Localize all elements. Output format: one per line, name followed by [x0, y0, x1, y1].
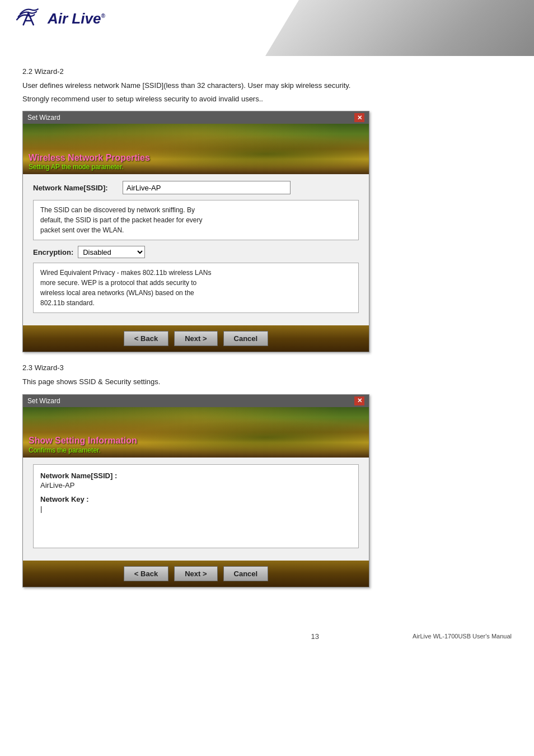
wizard3-next-button[interactable]: Next >: [174, 566, 217, 581]
wizard2-ssid-desc-text: The SSID can be discovered by network sn…: [40, 206, 203, 234]
page-footer: 13 AirLive WL-1700USB User's Manual: [0, 627, 534, 646]
section2-desc2: Strongly recommend user to setup wireles…: [22, 94, 512, 105]
wizard2-window: Set Wizard ✕ Wireless Network Properties…: [22, 111, 369, 352]
wizard2-close-button[interactable]: ✕: [354, 113, 364, 122]
page-brand: AirLive WL-1700USB User's Manual: [413, 633, 512, 640]
main-content: 2.2 Wizard-2 User defines wireless netwo…: [0, 56, 534, 615]
wizard2-banner-title: Wireless Network Properties Setting AP t…: [29, 152, 150, 171]
wizard2-banner-subtitle: Setting AP the mode parameter.: [29, 163, 150, 171]
wizard2-footer: < Back Next > Cancel: [23, 325, 369, 352]
wizard2-encryption-row: Encryption: Disabled WEP WPA WPA2: [33, 246, 359, 258]
section2-desc1: User defines wireless network Name [SSID…: [22, 80, 512, 91]
wizard3-network-key-value: |: [40, 505, 352, 513]
wizard3-info-box: Network Name[SSID] : AirLive-AP Network …: [33, 464, 359, 548]
section3-desc1: This page shows SSID & Security settings…: [22, 376, 512, 388]
wizard2-banner: Wireless Network Properties Setting AP t…: [23, 124, 369, 174]
wizard2-network-name-label: Network Name[SSID]:: [33, 184, 123, 192]
page-header: Air Live®: [0, 0, 534, 56]
wizard2-titlebar: Set Wizard ✕: [23, 111, 369, 124]
wizard3-close-button[interactable]: ✕: [354, 396, 364, 405]
wizard3-banner: Show Setting Information Confirms the pa…: [23, 407, 369, 458]
wizard2-titlebar-text: Set Wizard: [27, 114, 60, 122]
wizard3-banner-title: Show Setting Information Confirms the pa…: [29, 435, 137, 454]
section3-title: 2.3 Wizard-3: [22, 363, 512, 372]
wizard3-network-name-label: Network Name[SSID] :: [40, 472, 352, 480]
section2-title: 2.2 Wizard-2: [22, 67, 512, 76]
wizard3-banner-heading: Show Setting Information: [29, 435, 137, 446]
logo-text: Air Live: [48, 10, 101, 27]
wizard3-network-name-value: AirLive-AP: [40, 481, 352, 489]
wizard3-window: Set Wizard ✕ Show Setting Information Co…: [22, 394, 369, 587]
wizard3-network-key-label: Network Key :: [40, 495, 352, 503]
wizard2-wep-desc: Wired Equivalent Privacy - makes 802.11b…: [33, 263, 359, 313]
wizard2-network-name-input[interactable]: [123, 181, 291, 194]
wizard3-cancel-button[interactable]: Cancel: [223, 566, 269, 581]
page-number: 13: [218, 632, 413, 641]
wizard2-back-button[interactable]: < Back: [124, 331, 168, 346]
wizard2-network-name-row: Network Name[SSID]:: [33, 181, 359, 194]
wizard3-banner-subtitle: Confirms the parameter.: [29, 446, 137, 454]
wizard3-back-button[interactable]: < Back: [124, 566, 168, 581]
wizard2-ssid-desc: The SSID can be discovered by network sn…: [33, 200, 359, 240]
wizard3-footer: < Back Next > Cancel: [23, 561, 369, 587]
wizard3-titlebar-text: Set Wizard: [27, 397, 60, 405]
wizard2-encryption-label: Encryption:: [33, 248, 73, 256]
wizard2-next-button[interactable]: Next >: [174, 331, 217, 346]
wizard2-wep-desc-text: Wired Equivalent Privacy - makes 802.11b…: [40, 269, 211, 307]
header-background: [265, 0, 534, 56]
wizard2-banner-heading: Wireless Network Properties: [29, 152, 150, 163]
wizard2-cancel-button[interactable]: Cancel: [223, 331, 269, 346]
wizard2-encryption-select[interactable]: Disabled WEP WPA WPA2: [78, 246, 145, 258]
airlive-logo-icon: [14, 6, 45, 31]
wizard3-titlebar: Set Wizard ✕: [23, 395, 369, 407]
wizard3-body: Network Name[SSID] : AirLive-AP Network …: [23, 458, 369, 561]
wizard2-body: Network Name[SSID]: The SSID can be disc…: [23, 174, 369, 325]
